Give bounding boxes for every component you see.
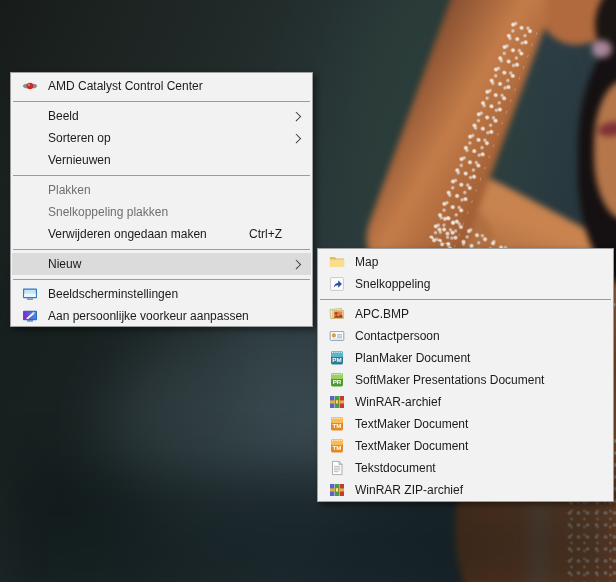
menu-item-label: Plakken — [48, 183, 302, 197]
winrar-icon — [329, 394, 345, 410]
submenu-item-label: TextMaker Document — [355, 439, 603, 453]
submenu-item-textmaker-document-2[interactable]: TM TextMaker Document — [319, 435, 612, 457]
menu-item-label: Aan persoonlijke voorkeur aanpassen — [48, 309, 302, 323]
menu-item-label: Verwijderen ongedaan maken — [48, 227, 249, 241]
menu-item-amd-catalyst-control-center[interactable]: AMD Catalyst Control Center — [12, 75, 311, 97]
menu-item-label: AMD Catalyst Control Center — [48, 79, 302, 93]
submenu-item-tekstdocument[interactable]: Tekstdocument — [319, 457, 612, 479]
folder-icon — [329, 254, 345, 270]
submenu-item-map[interactable]: Map — [319, 251, 612, 273]
shortcut-text: Ctrl+Z — [249, 227, 282, 241]
submenu-arrow-icon — [293, 261, 302, 268]
menu-item-plakken: Plakken — [12, 179, 311, 201]
menu-separator — [13, 245, 310, 253]
submenu-item-label: TextMaker Document — [355, 417, 603, 431]
menu-item-label: Beeldscherminstellingen — [48, 287, 302, 301]
submenu-item-label: WinRAR-archief — [355, 395, 603, 409]
menu-item-vernieuwen[interactable]: Vernieuwen — [12, 149, 311, 171]
submenu-item-label: Map — [355, 255, 603, 269]
menu-item-nieuw[interactable]: Nieuw — [12, 253, 311, 275]
desktop-context-menu: AMD Catalyst Control Center Beeld Sorter… — [10, 72, 313, 327]
submenu-item-softmaker-presentations-document[interactable]: PR SoftMaker Presentations Document — [319, 369, 612, 391]
icon-placeholder — [22, 182, 38, 198]
menu-item-label: Beeld — [48, 109, 293, 123]
submenu-item-label: Tekstdocument — [355, 461, 603, 475]
submenu-arrow-icon — [293, 135, 302, 142]
menu-item-beeld[interactable]: Beeld — [12, 105, 311, 127]
submenu-item-label: Contactpersoon — [355, 329, 603, 343]
submenu-item-winrar-archief[interactable]: WinRAR-archief — [319, 391, 612, 413]
menu-item-label: Vernieuwen — [48, 153, 302, 167]
contact-icon — [329, 328, 345, 344]
textmaker-icon-letters: TM — [333, 422, 342, 429]
submenu-item-apc-bmp[interactable]: APC.BMP — [319, 303, 612, 325]
menu-separator — [13, 275, 310, 283]
icon-placeholder — [22, 256, 38, 272]
submenu-item-textmaker-document-1[interactable]: TM TextMaker Document — [319, 413, 612, 435]
icon-placeholder — [22, 108, 38, 124]
menu-separator — [13, 97, 310, 105]
submenu-item-planmaker-document[interactable]: PM PlanMaker Document — [319, 347, 612, 369]
menu-item-label: Sorteren op — [48, 131, 293, 145]
display-settings-icon — [22, 286, 38, 302]
submenu-item-label: SoftMaker Presentations Document — [355, 373, 603, 387]
amd-catalyst-icon — [22, 78, 38, 94]
text-file-icon — [329, 460, 345, 476]
image-file-icon — [329, 306, 345, 322]
icon-placeholder — [22, 204, 38, 220]
menu-item-label: Nieuw — [48, 257, 293, 271]
new-submenu: Map Snelkoppeling APC.BMP — [317, 248, 614, 502]
submenu-arrow-icon — [293, 113, 302, 120]
submenu-item-snelkoppeling[interactable]: Snelkoppeling — [319, 273, 612, 295]
presentations-icon: PR — [329, 372, 345, 388]
planmaker-icon: PM — [329, 350, 345, 366]
icon-placeholder — [22, 152, 38, 168]
submenu-item-label: Snelkoppeling — [355, 277, 603, 291]
winrar-zip-icon — [329, 482, 345, 498]
textmaker-icon: TM — [329, 416, 345, 432]
submenu-item-label: WinRAR ZIP-archief — [355, 483, 603, 497]
icon-placeholder — [22, 226, 38, 242]
menu-separator — [320, 295, 611, 303]
icon-placeholder — [22, 130, 38, 146]
submenu-item-winrar-zip-archief[interactable]: WinRAR ZIP-archief — [319, 479, 612, 501]
menu-separator — [13, 171, 310, 179]
shortcut-icon — [329, 276, 345, 292]
planmaker-icon-letters: PM — [332, 356, 341, 363]
menu-item-aan-persoonlijke-voorkeur-aanpassen[interactable]: Aan persoonlijke voorkeur aanpassen — [12, 305, 311, 327]
presentations-icon-letters: PR — [333, 378, 342, 385]
menu-item-snelkoppeling-plakken: Snelkoppeling plakken — [12, 201, 311, 223]
submenu-item-label: APC.BMP — [355, 307, 603, 321]
menu-item-verwijderen-ongedaan-maken[interactable]: Verwijderen ongedaan maken Ctrl+Z — [12, 223, 311, 245]
personalization-icon — [22, 308, 38, 324]
menu-item-label: Snelkoppeling plakken — [48, 205, 302, 219]
wallpaper-hair-accessory — [592, 40, 612, 58]
submenu-item-label: PlanMaker Document — [355, 351, 603, 365]
menu-item-beeldscherminstellingen[interactable]: Beeldscherminstellingen — [12, 283, 311, 305]
menu-item-sorteren-op[interactable]: Sorteren op — [12, 127, 311, 149]
textmaker-icon: TM — [329, 438, 345, 454]
textmaker-icon-letters: TM — [333, 444, 342, 451]
submenu-item-contactpersoon[interactable]: Contactpersoon — [319, 325, 612, 347]
